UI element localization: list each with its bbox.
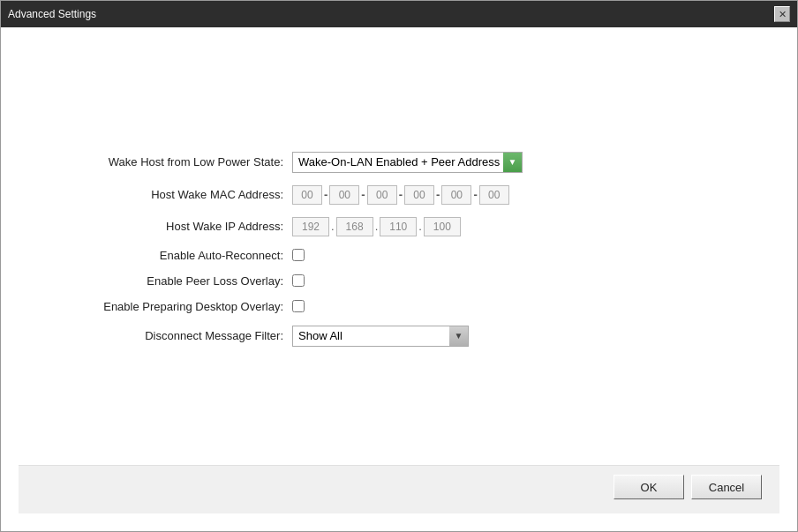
ok-button[interactable]: OK	[614, 475, 684, 499]
wake-host-control: Wake-On-LAN Enabled + Peer Address Wake-…	[292, 152, 523, 173]
auto-reconnect-label: Enable Auto-Reconnect:	[54, 249, 283, 262]
mac-sep-4: -	[436, 188, 440, 201]
mac-sep-2: -	[361, 188, 365, 201]
ip-field-3[interactable]	[380, 217, 417, 236]
advanced-settings-window: Advanced Settings ✕ Wake Host from Low P…	[0, 0, 798, 532]
host-wake-mac-control: - - - - -	[292, 185, 509, 205]
auto-reconnect-row: Enable Auto-Reconnect:	[54, 249, 744, 262]
preparing-desktop-checkbox[interactable]	[292, 300, 305, 312]
wake-host-row: Wake Host from Low Power State: Wake-On-…	[54, 152, 744, 173]
mac-field-6[interactable]	[479, 185, 509, 205]
auto-reconnect-checkbox[interactable]	[292, 249, 305, 261]
ip-sep-1: .	[331, 220, 335, 233]
wake-host-label: Wake Host from Low Power State:	[54, 155, 283, 169]
disconnect-filter-label: Disconnect Message Filter:	[54, 329, 283, 342]
disconnect-filter-dropdown-wrapper: Show All Show None Custom ▼	[292, 326, 469, 347]
ip-sep-3: .	[418, 220, 422, 233]
mac-field-3[interactable]	[367, 185, 397, 205]
mac-field-1[interactable]	[292, 185, 322, 205]
host-wake-mac-row: Host Wake MAC Address: - - - - -	[54, 185, 744, 205]
ip-sep-2: .	[375, 220, 379, 233]
ip-field-4[interactable]	[424, 217, 461, 236]
preparing-desktop-control	[292, 300, 305, 312]
host-wake-ip-control: . . .	[292, 217, 461, 236]
peer-loss-label: Enable Peer Loss Overlay:	[54, 274, 283, 288]
preparing-desktop-row: Enable Preparing Desktop Overlay:	[54, 300, 744, 313]
close-button[interactable]: ✕	[774, 6, 790, 22]
host-wake-ip-label: Host Wake IP Address:	[54, 220, 283, 233]
disconnect-filter-row: Disconnect Message Filter: Show All Show…	[54, 326, 744, 347]
form-area: Wake Host from Low Power State: Wake-On-…	[19, 45, 779, 465]
wake-host-dropdown[interactable]: Wake-On-LAN Enabled + Peer Address Wake-…	[292, 152, 523, 173]
host-wake-ip-row: Host Wake IP Address: . . .	[54, 217, 744, 236]
auto-reconnect-control	[292, 249, 305, 261]
preparing-desktop-label: Enable Preparing Desktop Overlay:	[54, 300, 283, 313]
mac-sep-5: -	[473, 188, 477, 201]
mac-field-5[interactable]	[441, 185, 471, 205]
mac-sep-3: -	[399, 188, 403, 201]
wake-host-dropdown-wrapper: Wake-On-LAN Enabled + Peer Address Wake-…	[292, 152, 523, 173]
disconnect-filter-control: Show All Show None Custom ▼	[292, 326, 469, 347]
disconnect-filter-dropdown[interactable]: Show All Show None Custom	[292, 326, 469, 347]
peer-loss-checkbox[interactable]	[292, 274, 305, 287]
peer-loss-row: Enable Peer Loss Overlay:	[54, 274, 744, 288]
peer-loss-control	[292, 274, 305, 287]
title-bar: Advanced Settings ✕	[1, 1, 797, 27]
window-title: Advanced Settings	[8, 8, 96, 20]
footer: OK Cancel	[19, 465, 779, 513]
mac-sep-1: -	[324, 188, 327, 201]
window-body: Wake Host from Low Power State: Wake-On-…	[1, 27, 797, 531]
mac-field-2[interactable]	[329, 185, 359, 205]
ip-field-1[interactable]	[292, 217, 329, 236]
host-wake-mac-label: Host Wake MAC Address:	[54, 188, 283, 201]
cancel-button[interactable]: Cancel	[691, 475, 762, 499]
mac-field-4[interactable]	[404, 185, 434, 205]
ip-field-2[interactable]	[336, 217, 373, 236]
